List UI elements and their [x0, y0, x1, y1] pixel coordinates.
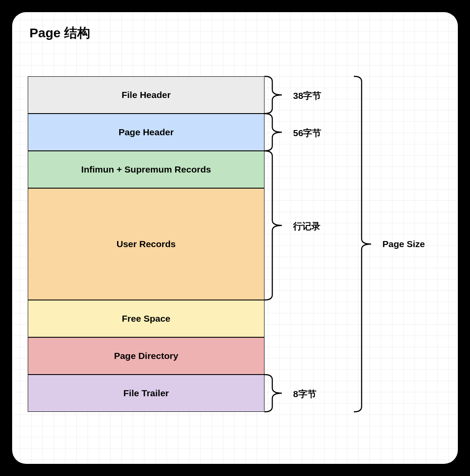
brace-icon [264, 114, 282, 151]
structure-block: Page Header [28, 114, 264, 151]
block-label: User Records [117, 239, 176, 249]
brace-icon [354, 76, 371, 412]
structure-block: File Trailer [28, 375, 264, 412]
structure-block: Free Space [28, 300, 264, 337]
block-label: Infimun + Supremum Records [81, 164, 211, 175]
block-label: File Trailer [123, 388, 169, 398]
block-label: Free Space [122, 313, 170, 324]
structure-block: Page Directory [28, 337, 264, 375]
structure-block: User Records [28, 188, 264, 300]
brace-icon [264, 76, 282, 114]
diagram-title: Page 结构 [29, 24, 90, 42]
structure-block: Infimun + Supremum Records [28, 151, 264, 188]
brace-icon [264, 375, 282, 412]
block-label: Page Directory [114, 351, 178, 361]
block-label: Page Header [118, 127, 173, 137]
structure-block: File Header [28, 76, 264, 114]
diagram-canvas: Page 结构 File HeaderPage HeaderInfimun + … [12, 12, 458, 464]
brace-label: 56字节 [293, 127, 321, 139]
block-label: File Header [121, 90, 170, 100]
brace-label: 8字节 [293, 388, 317, 400]
brace-label: 38字节 [293, 90, 321, 102]
brace-label: Page Size [382, 239, 425, 249]
brace-icon [264, 151, 282, 300]
brace-label: 行记录 [293, 220, 320, 232]
